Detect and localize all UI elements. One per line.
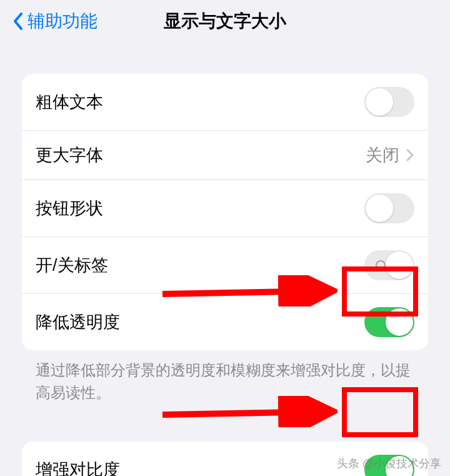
toggle-reduce-transparency[interactable] xyxy=(364,307,414,337)
settings-group-1: 粗体文本 更大字体 关闭 按钮形状 开/关标签 降低透明度 xyxy=(22,74,428,350)
row-label: 开/关标签 xyxy=(36,254,108,276)
off-indicator-icon xyxy=(376,260,386,270)
row-label: 增强对比度 xyxy=(36,458,120,476)
row-reduce-transparency[interactable]: 降低透明度 xyxy=(22,293,428,350)
back-label: 辅助功能 xyxy=(28,9,98,33)
row-label: 按钮形状 xyxy=(36,197,103,220)
chevron-right-icon xyxy=(406,148,414,162)
page-title: 显示与文字大小 xyxy=(164,9,286,33)
row-label: 粗体文本 xyxy=(36,91,103,113)
navigation-bar: 辅助功能 显示与文字大小 xyxy=(0,0,450,43)
row-on-off-labels[interactable]: 开/关标签 xyxy=(22,236,428,293)
svg-line-1 xyxy=(162,412,328,415)
back-button[interactable]: 辅助功能 xyxy=(12,9,98,33)
row-bold-text[interactable]: 粗体文本 xyxy=(22,74,428,130)
toggle-button-shapes[interactable] xyxy=(364,193,414,223)
row-label: 更大字体 xyxy=(36,144,103,166)
toggle-on-off-labels[interactable] xyxy=(364,250,414,280)
row-button-shapes[interactable]: 按钮形状 xyxy=(22,180,428,236)
value-text: 关闭 xyxy=(366,144,399,166)
chevron-left-icon xyxy=(12,12,24,31)
group1-footer: 通过降低部分背景的透明度和模糊度来增强对比度，以提高易读性。 xyxy=(22,359,428,404)
row-value: 关闭 xyxy=(366,144,414,166)
row-larger-text[interactable]: 更大字体 关闭 xyxy=(22,130,428,180)
toggle-bold-text[interactable] xyxy=(364,87,414,117)
watermark: 头条 @小俊技术分享 xyxy=(337,456,441,471)
row-label: 降低透明度 xyxy=(36,311,120,333)
